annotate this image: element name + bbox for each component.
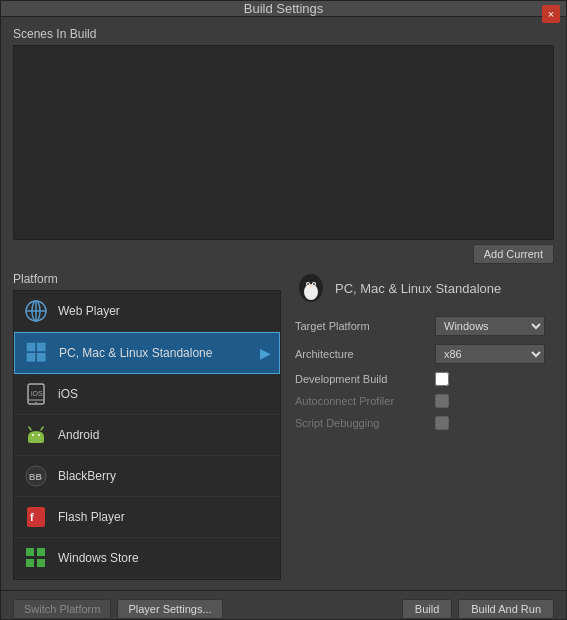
- platform-item-flash[interactable]: f Flash Player: [14, 497, 280, 538]
- architecture-select[interactable]: x86 x86_64: [435, 344, 545, 364]
- scenes-label: Scenes In Build: [13, 27, 554, 41]
- svg-rect-22: [26, 559, 34, 567]
- switch-platform-button: Switch Platform: [13, 599, 111, 619]
- detail-header: PC, Mac & Linux Standalone: [295, 272, 554, 304]
- svg-point-31: [306, 286, 316, 298]
- ios-icon: iOS: [22, 380, 50, 408]
- target-platform-row: Target Platform Windows Mac OS X Linux: [295, 316, 554, 336]
- svg-rect-7: [37, 353, 46, 362]
- detail-platform-icon: [295, 272, 327, 304]
- standalone-name: PC, Mac & Linux Standalone: [59, 346, 212, 360]
- winstore-name: Windows Store: [58, 551, 139, 565]
- svg-line-14: [29, 427, 31, 430]
- script-debugging-row: Script Debugging: [295, 416, 554, 430]
- build-settings-window: Build Settings × Scenes In Build Add Cur…: [0, 0, 567, 620]
- detail-title: PC, Mac & Linux Standalone: [335, 281, 501, 296]
- platform-item-winstore[interactable]: Windows Store: [14, 538, 280, 579]
- build-and-run-button[interactable]: Build And Run: [458, 599, 554, 619]
- android-icon: [22, 421, 50, 449]
- android-name: Android: [58, 428, 99, 442]
- development-build-label: Development Build: [295, 373, 435, 385]
- ios-name: iOS: [58, 387, 78, 401]
- svg-text:f: f: [30, 511, 34, 523]
- autoconnect-label: Autoconnect Profiler: [295, 395, 435, 407]
- platform-item-blackberry[interactable]: BB BlackBerry: [14, 456, 280, 497]
- flash-name: Flash Player: [58, 510, 125, 524]
- active-indicator: ▶: [260, 345, 271, 361]
- platform-section: Platform Web Player: [13, 272, 554, 580]
- svg-line-15: [41, 427, 43, 430]
- autoconnect-checkbox: [435, 394, 449, 408]
- webplayer-name: Web Player: [58, 304, 120, 318]
- svg-rect-20: [26, 548, 34, 556]
- bottom-right: Build Build And Run: [402, 599, 554, 619]
- svg-rect-21: [37, 548, 45, 556]
- architecture-label: Architecture: [295, 348, 435, 360]
- svg-text:BB: BB: [29, 472, 42, 482]
- window-title: Build Settings: [244, 1, 324, 16]
- add-current-button[interactable]: Add Current: [473, 244, 554, 264]
- svg-point-28: [307, 283, 309, 285]
- platform-item-webplayer[interactable]: Web Player: [14, 291, 280, 332]
- platform-list: Web Player: [13, 290, 281, 580]
- title-bar: Build Settings ×: [1, 1, 566, 17]
- add-current-row: Add Current: [13, 244, 554, 264]
- svg-rect-4: [27, 343, 36, 352]
- winstore-icon: [22, 544, 50, 572]
- flash-icon: f: [22, 503, 50, 531]
- svg-point-29: [313, 283, 315, 285]
- autoconnect-row: Autoconnect Profiler: [295, 394, 554, 408]
- bottom-bar: Switch Platform Player Settings... Build…: [1, 590, 566, 620]
- bottom-left: Switch Platform Player Settings...: [13, 599, 223, 619]
- svg-point-12: [32, 434, 34, 436]
- standalone-icon: [23, 339, 51, 367]
- blackberry-icon: BB: [22, 462, 50, 490]
- development-build-checkbox[interactable]: [435, 372, 449, 386]
- svg-point-13: [38, 434, 40, 436]
- target-platform-select[interactable]: Windows Mac OS X Linux: [435, 316, 545, 336]
- platform-details: PC, Mac & Linux Standalone Target Platfo…: [281, 272, 554, 580]
- svg-text:iOS: iOS: [31, 390, 43, 397]
- build-button[interactable]: Build: [402, 599, 452, 619]
- webplayer-icon: [22, 297, 50, 325]
- close-button[interactable]: ×: [542, 5, 560, 23]
- scenes-section: Scenes In Build Add Current: [13, 27, 554, 264]
- development-build-row: Development Build: [295, 372, 554, 386]
- platform-item-ios[interactable]: iOS iOS: [14, 374, 280, 415]
- platform-item-standalone[interactable]: PC, Mac & Linux Standalone ▶: [14, 332, 280, 374]
- main-content: Scenes In Build Add Current Platform: [1, 17, 566, 590]
- blackberry-name: BlackBerry: [58, 469, 116, 483]
- svg-point-10: [35, 402, 37, 404]
- scenes-list: [13, 45, 554, 240]
- svg-rect-5: [37, 343, 46, 352]
- svg-rect-23: [37, 559, 45, 567]
- target-platform-label: Target Platform: [295, 320, 435, 332]
- player-settings-button[interactable]: Player Settings...: [117, 599, 222, 619]
- script-debugging-label: Script Debugging: [295, 417, 435, 429]
- script-debugging-checkbox: [435, 416, 449, 430]
- architecture-row: Architecture x86 x86_64: [295, 344, 554, 364]
- platform-item-android[interactable]: Android: [14, 415, 280, 456]
- svg-rect-6: [27, 353, 36, 362]
- platform-list-container: Platform Web Player: [13, 272, 281, 580]
- platform-label: Platform: [13, 272, 281, 286]
